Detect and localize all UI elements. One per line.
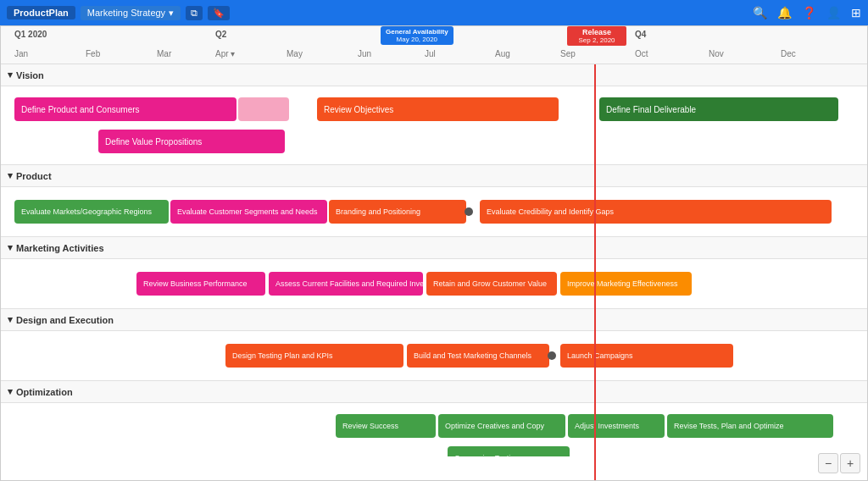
section-marketing-header[interactable]: ▾ Marketing Activities — [1, 237, 867, 259]
bar-evaluate-credibility[interactable]: Evaluate Credibility and Identify Gaps — [480, 200, 832, 224]
bar-improve-marketing[interactable]: Improve Marketing Effectiveness — [560, 272, 692, 296]
bar-review-success[interactable]: Review Success — [336, 414, 436, 438]
bar-branding[interactable]: Branding and Positioning — [329, 200, 466, 224]
bar-evaluate-customers[interactable]: Evaluate Customer Segments and Needs — [170, 200, 327, 224]
section-vision: ▾ Vision Define Product and Consumers Re… — [1, 64, 867, 165]
release-date: Sep 2, 2020 — [570, 36, 623, 44]
bar-retain-grow[interactable]: Retain and Grow Customer Value — [426, 272, 557, 296]
section-marketing-label: Marketing Activities — [16, 243, 104, 253]
section-optimization: ▾ Optimization Review Success Optimize C… — [1, 381, 867, 456]
section-vision-header[interactable]: ▾ Vision — [1, 64, 867, 86]
vision-row-2: Define Value Propositions — [1, 125, 867, 158]
bar-adjust-investments[interactable]: Adjust Investments — [568, 414, 665, 438]
bar-review-objectives[interactable]: Review Objectives — [317, 97, 559, 121]
section-design-header[interactable]: ▾ Design and Execution — [1, 309, 867, 331]
bar-conversion-testing[interactable]: Conversion Testing — [448, 446, 570, 456]
chevron-down-icon: ▾ — [8, 69, 13, 80]
section-product-body: Evaluate Markets/Geographic Regions Eval… — [1, 187, 867, 236]
release-line — [594, 64, 596, 481]
bar-define-final[interactable]: Define Final Deliverable — [599, 97, 838, 121]
release-label: Release — [570, 28, 623, 36]
bar-define-product-ext[interactable] — [238, 97, 289, 121]
optimization-row-1: Review Success Optimize Creatives and Co… — [1, 410, 867, 442]
milestone-branding — [465, 207, 473, 216]
copy-button[interactable]: ⧉ — [186, 6, 203, 20]
grid-icon[interactable]: ⊞ — [851, 6, 861, 19]
q1-label: Q1 2020 — [14, 30, 47, 39]
milestone-build — [548, 351, 556, 360]
chevron-down-icon-product: ▾ — [8, 170, 13, 181]
bar-design-testing[interactable]: Design Testing Plan and KPIs — [225, 344, 403, 368]
ga-date: May 20, 2020 — [386, 36, 448, 43]
section-design-label: Design and Execution — [16, 315, 114, 325]
feb-label: Feb — [86, 49, 100, 58]
user-icon[interactable]: 👤 — [826, 6, 841, 19]
section-product-header[interactable]: ▾ Product — [1, 165, 867, 187]
question-icon[interactable]: ❓ — [802, 6, 816, 19]
plan-title[interactable]: Marketing Strategy ▾ — [81, 6, 181, 20]
chevron-down-icon-opt: ▾ — [8, 386, 13, 397]
aug-label: Aug — [495, 49, 510, 58]
topnav: ProductPlan Marketing Strategy ▾ ⧉ 🔖 🔍 🔔… — [0, 0, 868, 25]
section-optimization-label: Optimization — [16, 387, 73, 397]
main-container: Q1 2020 Q2 Q3 Q4 Jan Feb Mar Apr ▾ May J… — [0, 25, 868, 481]
chevron-down-icon-marketing: ▾ — [8, 242, 13, 253]
section-marketing-body: Review Business Performance Assess Curre… — [1, 259, 867, 308]
product-row-1: Evaluate Markets/Geographic Regions Eval… — [1, 194, 867, 229]
timeline-header: Q1 2020 Q2 Q3 Q4 Jan Feb Mar Apr ▾ May J… — [1, 26, 867, 64]
section-design: ▾ Design and Execution Design Testing Pl… — [1, 309, 867, 381]
ga-label: General Availability — [386, 28, 448, 36]
general-availability-marker: General Availability May 20, 2020 — [381, 26, 453, 45]
may-label: May — [287, 49, 303, 58]
q4-label: Q4 — [635, 30, 646, 39]
bar-optimize-creatives[interactable]: Optimize Creatives and Copy — [438, 414, 565, 438]
mar-label: Mar — [157, 49, 171, 58]
vision-row-1: Define Product and Consumers Review Obje… — [1, 93, 867, 125]
jun-label: Jun — [358, 49, 371, 58]
section-product: ▾ Product Evaluate Markets/Geographic Re… — [1, 165, 867, 237]
sections-container: ▾ Vision Define Product and Consumers Re… — [1, 64, 867, 456]
app-logo[interactable]: ProductPlan — [7, 6, 75, 19]
bar-define-value[interactable]: Define Value Propositions — [98, 130, 285, 153]
section-product-label: Product — [16, 171, 52, 181]
marketing-row-1: Review Business Performance Assess Curre… — [1, 266, 867, 301]
release-marker: Release Sep 2, 2020 — [567, 26, 626, 46]
bookmark-button[interactable]: 🔖 — [208, 6, 230, 20]
bar-define-product[interactable]: Define Product and Consumers — [14, 97, 236, 121]
section-optimization-body: Review Success Optimize Creatives and Co… — [1, 403, 867, 456]
section-design-body: Design Testing Plan and KPIs Build and T… — [1, 331, 867, 380]
jan-label: Jan — [14, 49, 28, 58]
sep-label: Sep — [560, 49, 576, 58]
nav-icons: 🔍 🔔 ❓ 👤 ⊞ — [753, 6, 861, 19]
zoom-in-button[interactable]: + — [840, 453, 860, 473]
zoom-controls: − + — [818, 453, 860, 473]
zoom-out-button[interactable]: − — [818, 453, 838, 473]
section-marketing: ▾ Marketing Activities Review Business P… — [1, 237, 867, 309]
bar-launch[interactable]: Launch Campaigns — [560, 344, 733, 368]
section-vision-body: Define Product and Consumers Review Obje… — [1, 86, 867, 164]
section-vision-label: Vision — [16, 70, 44, 80]
nov-label: Nov — [709, 49, 724, 58]
dropdown-icon: ▾ — [169, 8, 174, 19]
bar-evaluate-markets[interactable]: Evaluate Markets/Geographic Regions — [14, 200, 169, 224]
bar-review-business[interactable]: Review Business Performance — [136, 272, 265, 296]
section-optimization-header[interactable]: ▾ Optimization — [1, 381, 867, 403]
dec-label: Dec — [781, 49, 796, 58]
optimization-row-2: Conversion Testing — [1, 442, 867, 456]
search-icon[interactable]: 🔍 — [753, 6, 767, 19]
bar-revise-tests[interactable]: Revise Tests, Plan and Optimize — [667, 414, 833, 438]
chevron-down-icon-design: ▾ — [8, 314, 13, 325]
bar-assess-current[interactable]: Assess Current Facilities and Required I… — [269, 272, 423, 296]
bar-build-test[interactable]: Build and Test Marketing Channels — [407, 344, 549, 368]
design-row-1: Design Testing Plan and KPIs Build and T… — [1, 338, 867, 373]
oct-label: Oct — [635, 49, 648, 58]
bell-icon[interactable]: 🔔 — [777, 6, 792, 19]
q2-label: Q2 — [215, 30, 226, 39]
apr-label: Apr ▾ — [215, 49, 235, 58]
jul-label: Jul — [425, 49, 436, 58]
plan-name-label: Marketing Strategy — [87, 8, 165, 18]
